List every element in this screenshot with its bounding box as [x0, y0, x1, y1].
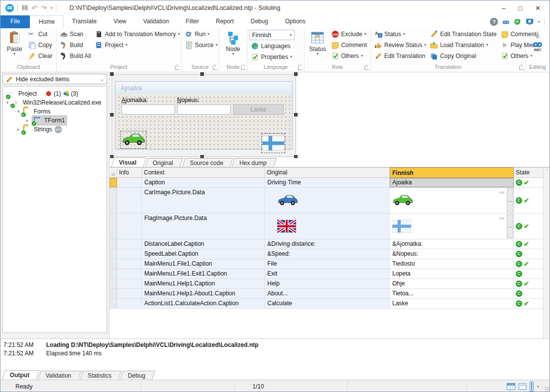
edit-image-button[interactable]: ... — [507, 188, 513, 213]
context-cell[interactable]: MainMenu1.File1.Caption — [142, 259, 265, 269]
form-view-icon[interactable] — [518, 383, 527, 390]
calculate-button-preview[interactable]: Laske — [233, 104, 284, 115]
original-cell[interactable]: &Speed: — [265, 249, 390, 259]
bottom-tab-output[interactable]: Output — [2, 370, 40, 380]
tree-item-tform1[interactable]: ▸ ✓ TForm1 — [3, 116, 107, 125]
selection-handle[interactable] — [110, 113, 114, 116]
tab-filter[interactable]: Filter — [178, 15, 208, 28]
original-cell[interactable] — [265, 214, 390, 239]
dialog-launcher-icon[interactable] — [365, 65, 369, 70]
original-cell[interactable]: About... — [265, 289, 390, 298]
context-cell[interactable]: FlagImage.Picture.Data — [142, 214, 265, 239]
chevron-expanded-icon[interactable]: ▾ — [16, 109, 21, 114]
context-cell[interactable]: MainMenu1.File1.Exit1.Caption — [142, 269, 265, 279]
cut-button[interactable]: ✂Cut — [26, 29, 55, 40]
form-preview[interactable]: Ajoaika Ajomatka: Nopeus: Laske — [115, 81, 293, 150]
context-cell[interactable]: CarImage.Picture.Data — [142, 188, 265, 213]
language-properties-button[interactable]: Properties▾ — [249, 52, 295, 62]
save-icon[interactable]: 💾︎ — [21, 4, 28, 11]
copy-original-button[interactable]: Copy Original — [428, 51, 498, 61]
distance-input[interactable] — [122, 105, 175, 114]
translation-cell[interactable]: Lopeta — [390, 269, 514, 279]
distance-label[interactable]: Ajomatka: — [122, 97, 148, 104]
translation-cell[interactable]: ⚯ ... — [390, 214, 514, 239]
form-designer-selection[interactable]: Ajoaika Ajomatka: Nopeus: Laske — [112, 74, 296, 157]
tab-validation[interactable]: Validation — [135, 15, 178, 28]
view-tab-visual[interactable]: Visual — [111, 158, 146, 167]
flag-image-preview[interactable] — [261, 133, 285, 153]
tab-view[interactable]: View — [105, 15, 135, 28]
source-menu-button[interactable]: Source▾ — [183, 40, 220, 51]
row-others-button[interactable]: Others▾ — [329, 51, 369, 61]
bottom-tab-validation[interactable]: Validation — [38, 371, 81, 380]
tab-translate[interactable]: Translate — [63, 15, 105, 28]
resize-grip[interactable] — [545, 387, 550, 392]
original-cell[interactable]: Exit — [265, 269, 390, 279]
tree-item-project[interactable]: ✓ Project (1) (3) — [3, 89, 107, 98]
project-menu-button[interactable]: Project▾ — [93, 40, 182, 51]
context-cell[interactable]: MainMenu1.Help1.Caption — [142, 279, 265, 288]
run-button[interactable]: Run▾ — [183, 29, 220, 40]
review-status-button[interactable]: Review Status▾ — [372, 40, 428, 51]
grid-view-icon[interactable] — [507, 383, 515, 390]
view-tab-original[interactable]: Original — [145, 158, 183, 167]
redo-icon[interactable]: ↷ — [41, 4, 47, 11]
original-cell[interactable] — [265, 188, 390, 213]
column-header-target-language[interactable]: Finnish — [390, 168, 514, 178]
tab-debug[interactable]: Debug — [242, 15, 276, 28]
node-button[interactable]: Node ▾ — [221, 29, 245, 56]
context-cell[interactable]: Caption — [142, 178, 265, 187]
info-cell[interactable] — [117, 249, 142, 259]
selection-handle[interactable] — [110, 72, 114, 76]
translation-cell[interactable]: &Ajomatka: — [390, 239, 514, 249]
column-header-context[interactable]: Context — [142, 168, 265, 178]
translation-cell[interactable]: ⚯ ... — [390, 188, 514, 213]
quick-access-dropdown-icon[interactable]: ▾ — [50, 4, 53, 11]
column-header-state[interactable]: State — [514, 168, 543, 178]
selection-handle[interactable] — [200, 72, 204, 76]
highlight-button[interactable] — [529, 29, 547, 41]
edit-translation-button[interactable]: Edit Translation — [372, 51, 428, 61]
chevron-collapsed-icon[interactable]: ▸ — [16, 127, 21, 132]
clear-button[interactable]: Clear — [26, 51, 55, 61]
context-cell[interactable]: SpeedLabel.Caption — [142, 249, 265, 259]
undo-icon[interactable]: ↶ — [32, 4, 38, 11]
original-cell[interactable]: Calculate — [265, 299, 390, 308]
original-cell[interactable]: Help — [265, 279, 390, 288]
row-comment-button[interactable]: Comment — [329, 40, 369, 51]
selection-handle[interactable] — [294, 113, 298, 116]
info-cell[interactable] — [117, 214, 142, 239]
tree-item-forms[interactable]: ▾ ✓ Forms — [3, 107, 107, 116]
context-cell[interactable]: DistanceLabel.Caption — [142, 239, 265, 249]
translation-cell[interactable]: Ajoaika — [390, 178, 514, 187]
edit-image-button[interactable]: ... — [507, 214, 513, 238]
info-cell[interactable] — [117, 289, 142, 298]
translation-status-button[interactable]: AxStatus▾ — [372, 29, 428, 40]
view-dropdown-icon[interactable]: ▾ — [537, 383, 539, 390]
original-cell[interactable]: &Driving·distance: — [265, 239, 390, 249]
chevron-expanded-icon[interactable]: ▾ — [5, 100, 10, 105]
tab-options[interactable]: Options — [277, 15, 314, 28]
original-cell[interactable]: File — [265, 259, 390, 269]
close-button[interactable]: ✕ — [535, 4, 541, 12]
load-translation-button[interactable]: Load Translation▾ — [428, 40, 498, 51]
dialog-launcher-icon[interactable] — [519, 65, 524, 70]
dialog-launcher-icon[interactable] — [213, 65, 217, 70]
info-cell[interactable] — [117, 269, 142, 279]
translation-cell[interactable]: Tietoa... — [390, 289, 514, 298]
context-cell[interactable]: MainMenu1.Help1.About1.Caption — [142, 289, 265, 298]
tree-item-strings[interactable]: ▸ ✓ Strings STOP — [3, 125, 107, 134]
info-cell[interactable] — [117, 239, 142, 249]
column-header-info[interactable]: Info — [117, 168, 142, 178]
info-cell[interactable] — [117, 259, 142, 269]
bottom-tab-debug[interactable]: Debug — [120, 371, 155, 380]
build-all-button[interactable]: Build All — [58, 51, 93, 61]
info-cell[interactable] — [117, 188, 142, 213]
info-cell[interactable] — [117, 178, 142, 187]
column-header-original[interactable]: Original — [265, 168, 390, 178]
find-icon[interactable] — [502, 18, 510, 26]
original-cell[interactable]: Driving·Time — [265, 178, 390, 187]
language-select[interactable]: Finnish▾ — [249, 30, 295, 40]
tree-item-exe[interactable]: ▾ ✓ Win32\Release\Localized.exe — [3, 98, 107, 107]
copy-button[interactable]: Copy — [26, 40, 55, 51]
